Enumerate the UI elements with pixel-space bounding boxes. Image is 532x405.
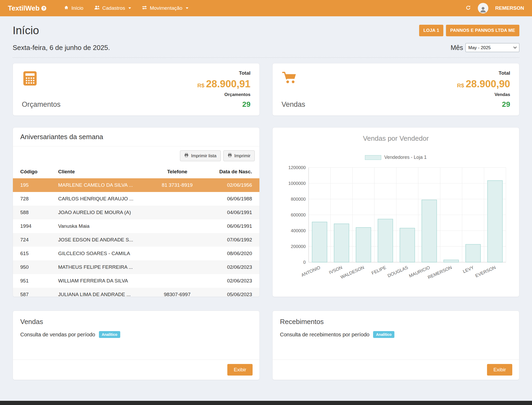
table-row[interactable]: 1994Vanuska Maia06/06/1991 [13, 219, 259, 233]
table-cell: 06/06/1991 [208, 219, 259, 233]
table-cell: JOSE EDSON DE ANDRADE S... [55, 233, 146, 247]
month-select[interactable]: May - 2025 [465, 43, 519, 52]
count-value: 29 [457, 100, 510, 109]
chart-title: Vendas por Vendedor [273, 128, 519, 143]
bar-antonio[interactable] [312, 222, 327, 262]
username[interactable]: REMERSON [495, 5, 524, 11]
avatar[interactable] [478, 3, 488, 13]
column-header: Cliente [55, 165, 146, 178]
table-cell [146, 247, 208, 260]
report-title: Vendas [13, 311, 259, 330]
total-label: Total [457, 70, 510, 76]
refresh-button[interactable] [465, 5, 471, 12]
svg-text:1200000: 1200000 [288, 165, 305, 170]
count-label: Orçamentos [197, 92, 250, 97]
total-value: R$28.900,90 [457, 79, 510, 89]
table-cell [146, 206, 208, 219]
bar-remerson[interactable] [444, 260, 459, 262]
table-cell: 195 [13, 178, 55, 192]
table-row[interactable]: 587JULIANA LIMA DE ANDRADE ...98307-6997… [13, 288, 259, 297]
print-button[interactable]: Imprimir [223, 150, 255, 161]
svg-text:WALDESON: WALDESON [340, 265, 365, 280]
page-footer-bar [0, 401, 532, 405]
table-row[interactable]: 728CARLOS HENRIQUE ARAUJO ...06/06/1988 [13, 192, 259, 206]
report-text: Consulta de recebimentos por período [280, 332, 369, 338]
month-label: Mês [451, 44, 463, 52]
table-cell: 724 [13, 233, 55, 247]
bar-felipe[interactable] [378, 219, 393, 262]
bar-ivson[interactable] [334, 224, 349, 262]
table-cell: 98307-6997 [146, 288, 208, 297]
table-cell: CARLOS HENRIQUE ARAUJO ... [55, 192, 146, 206]
summary-label: Orçamentos [22, 100, 61, 109]
table-cell: 1994 [13, 219, 55, 233]
nav-item-movimentacao[interactable]: Movimentação [136, 0, 194, 16]
table-cell: GILCLECIO SOARES - CAMILA [55, 247, 146, 260]
brand-text: TextilWeb [8, 4, 39, 12]
bar-douglas[interactable] [400, 228, 415, 262]
help-icon[interactable]: ? [41, 6, 46, 11]
svg-text:0: 0 [303, 260, 305, 265]
table-cell [146, 260, 208, 274]
summary-label: Vendas [282, 100, 305, 109]
table-row[interactable]: 588JOAO AURELIO DE MOURA (A)04/06/1991 [13, 206, 259, 219]
bar-levy[interactable] [465, 244, 480, 262]
legend-label: Vendedores - Loja 1 [384, 155, 426, 160]
caret-down-icon [128, 7, 131, 9]
current-date: Sexta-feira, 6 de junho de 2025. [13, 44, 110, 52]
column-header: Telefone [146, 165, 208, 178]
nav-item-label: Cadastros [102, 5, 125, 11]
vendas-summary-card: Vendas Total R$28.900,90 Vendas 29 [272, 63, 519, 116]
calculator-icon [22, 70, 61, 88]
brand-logo[interactable]: TextilWeb ? [8, 4, 46, 12]
nav-item-cadastros[interactable]: Cadastros [89, 0, 137, 16]
refresh-icon [465, 5, 471, 12]
table-cell [146, 274, 208, 288]
count-value: 29 [197, 100, 250, 109]
chart-legend[interactable]: Vendedores - Loja 1 [273, 155, 519, 160]
nav-item-inicio[interactable]: Início [58, 0, 88, 16]
company-button[interactable]: PANNOS E PANNOS LTDA ME [446, 25, 519, 36]
svg-text:ANTONIO: ANTONIO [300, 265, 321, 278]
bar-mauricio[interactable] [422, 200, 437, 262]
sales-chart-card: Vendas por Vendedor Vendedores - Loja 1 … [272, 127, 519, 297]
users-icon [94, 5, 100, 11]
svg-text:400000: 400000 [291, 228, 306, 233]
store-button[interactable]: LOJA 1 [419, 25, 443, 36]
birthdays-title: Aniversariantes da semana [13, 128, 259, 146]
print-list-button[interactable]: Imprimir lista [180, 150, 220, 161]
table-cell: 588 [13, 206, 55, 219]
svg-text:DOUGLAS: DOUGLAS [387, 265, 409, 278]
table-cell: Vanuska Maia [55, 219, 146, 233]
table-cell: 04/06/1991 [208, 206, 259, 219]
table-row[interactable]: 195MARLENE CAMELO DA SILVA ...81 3731-89… [13, 178, 259, 192]
svg-text:800000: 800000 [291, 197, 306, 202]
svg-text:1000000: 1000000 [288, 181, 305, 186]
cart-icon [282, 70, 305, 87]
table-row[interactable]: 724JOSE EDSON DE ANDRADE S...07/06/1992 [13, 233, 259, 247]
table-cell: 02/06/2023 [208, 274, 259, 288]
exibir-button[interactable]: Exibir [487, 364, 512, 376]
report-title: Recebimentos [273, 311, 519, 330]
table-cell [146, 219, 208, 233]
home-icon [64, 5, 69, 12]
table-row[interactable]: 950MATHEUS FELIPE FERREIRA ...02/06/2023 [13, 260, 259, 274]
table-cell: WILLIAM FERREIRA DA SILVA [55, 274, 146, 288]
svg-text:REMERSON: REMERSON [427, 265, 452, 280]
bar-everson[interactable] [488, 181, 503, 262]
page-title: Início [13, 24, 39, 37]
main-content: Início LOJA 1 PANNOS E PANNOS LTDA ME Se… [0, 24, 532, 380]
table-cell: JOAO AURELIO DE MOURA (A) [55, 206, 146, 219]
table-cell: 06/06/1988 [208, 192, 259, 206]
exibir-button[interactable]: Exibir [227, 364, 253, 376]
exchange-icon [142, 5, 147, 11]
table-row[interactable]: 951WILLIAM FERREIRA DA SILVA02/06/2023 [13, 274, 259, 288]
total-value: R$28.900,91 [197, 79, 250, 89]
svg-text:EVERSON: EVERSON [474, 265, 496, 278]
table-cell: MATHEUS FELIPE FERREIRA ... [55, 260, 146, 274]
table-cell: 951 [13, 274, 55, 288]
svg-text:FELIPE: FELIPE [371, 265, 387, 276]
table-row[interactable]: 615GILCLECIO SOARES - CAMILA08/06/2020 [13, 247, 259, 260]
caret-down-icon [186, 7, 188, 9]
bar-waldeson[interactable] [356, 227, 371, 262]
